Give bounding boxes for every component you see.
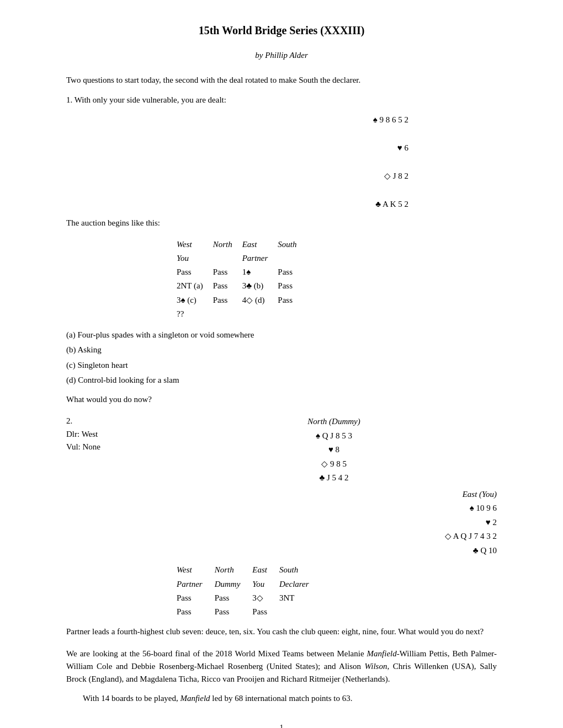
- auction2-sub-north: Dummy: [215, 577, 253, 591]
- note-d: (d) Control-bid looking for a slam: [66, 374, 497, 387]
- byline: by Phillip Alder: [66, 49, 497, 62]
- auction1-notes: (a) Four-plus spades with a singleton or…: [66, 329, 497, 387]
- north-spades: ♠ Q J 8 5 3: [171, 429, 497, 443]
- narrative-text2: With 14 boards to be played, Manfield le…: [66, 692, 497, 705]
- auction1-r4-west: ??: [177, 307, 213, 321]
- auction1-r3-east: 4◇ (d): [242, 293, 278, 307]
- auction2-r1-east: 3◇: [252, 591, 279, 605]
- problem2-section: 2. Dlr: West Vul: None North (Dummy) ♠ Q…: [66, 415, 497, 705]
- hand-spades: ♠ 9 8 6 5 2: [66, 113, 408, 127]
- problem2-question: Partner leads a fourth-highest club seve…: [66, 625, 497, 638]
- auction1-r2-east: 3♣ (b): [242, 279, 278, 293]
- east-spades: ♠ 10 9 6: [66, 501, 497, 516]
- auction1-sub-west: You: [177, 251, 213, 265]
- auction2-row2: Pass Pass Pass: [177, 605, 321, 619]
- hand-clubs: ♣ A K 5 2: [66, 197, 408, 212]
- auction-intro: The auction begins like this:: [66, 217, 497, 229]
- note-b: (b) Asking: [66, 344, 497, 356]
- auction1-r1-east: 1♠: [242, 265, 278, 279]
- page: 15th World Bridge Series (XXXIII) by Phi…: [66, 22, 497, 728]
- auction1-r1-north: Pass: [213, 265, 242, 279]
- auction1-col-north: North: [213, 238, 242, 251]
- east-you-area: East (You) ♠ 10 9 6 ♥ 2 ◇ A Q J 7 4 3 2 …: [66, 488, 497, 558]
- auction1-r1-west: Pass: [177, 265, 213, 279]
- auction1-r3-north: Pass: [213, 293, 242, 307]
- auction2-r2-east: Pass: [252, 605, 279, 619]
- auction1-row3: 3♠ (c) Pass 4◇ (d) Pass: [177, 293, 306, 307]
- problem2-left-col: 2. Dlr: West Vul: None: [66, 415, 116, 453]
- auction1-row4: ??: [177, 307, 306, 321]
- auction2-row1: Pass Pass 3◇ 3NT: [177, 591, 321, 605]
- auction2-sub-east: You: [252, 577, 279, 591]
- auction2-col-north: North: [215, 563, 253, 577]
- auction1-r2-south: Pass: [278, 279, 306, 293]
- problem2-label: 2.: [66, 415, 116, 427]
- auction1-r4-east: [242, 307, 278, 321]
- north-label: North (Dummy): [171, 415, 497, 429]
- auction2-col-west: West: [177, 563, 215, 577]
- page-number: 1: [280, 724, 284, 729]
- hand-diamonds: ◇ J 8 2: [66, 169, 408, 184]
- east-diamonds: ◇ A Q J 7 4 3 2: [66, 529, 497, 544]
- auction2-col-east: East: [252, 563, 279, 577]
- north-clubs: ♣ J 5 4 2: [171, 471, 497, 485]
- auction1-r2-west: 2NT (a): [177, 279, 213, 293]
- auction1-r3-south: Pass: [278, 293, 306, 307]
- auction2-header-row: West North East South: [177, 563, 321, 577]
- narrative-text: We are looking at the 56-board final of …: [66, 647, 497, 686]
- page-footer: 1: [66, 722, 497, 729]
- auction1-header-row: West North East South: [177, 238, 306, 251]
- note-a: (a) Four-plus spades with a singleton or…: [66, 329, 497, 341]
- auction2-sub-south: Declarer: [279, 577, 321, 591]
- auction1-r4-north: [213, 307, 242, 321]
- auction1-sub-north: [213, 251, 242, 265]
- problem2-vul: Vul: None: [66, 441, 116, 453]
- auction2-subheader-row: Partner Dummy You Declarer: [177, 577, 321, 591]
- auction1-col-south: South: [278, 238, 306, 251]
- north-diamonds: ◇ 9 8 5: [171, 457, 497, 472]
- north-dummy-area: North (Dummy) ♠ Q J 8 5 3 ♥ 8 ◇ 9 8 5 ♣ …: [171, 415, 497, 485]
- auction2-r1-north: Pass: [215, 591, 253, 605]
- auction2-r2-west: Pass: [177, 605, 215, 619]
- auction1-subheader-row: You Partner: [177, 251, 306, 265]
- auction1-col-east: East: [242, 238, 278, 251]
- auction1-r3-west: 3♠ (c): [177, 293, 213, 307]
- auction1-row1: Pass Pass 1♠ Pass: [177, 265, 306, 279]
- hand-hearts: ♥ 6: [66, 141, 408, 156]
- auction1-sub-south: [278, 251, 306, 265]
- auction1-row2: 2NT (a) Pass 3♣ (b) Pass: [177, 279, 306, 293]
- auction1-sub-east: Partner: [242, 251, 278, 265]
- auction1-col-west: West: [177, 238, 213, 251]
- auction2-r1-west: Pass: [177, 591, 215, 605]
- problem1-label: 1. With only your side vulnerable, you a…: [66, 94, 497, 106]
- auction1-r1-south: Pass: [278, 265, 306, 279]
- auction2-r2-north: Pass: [215, 605, 253, 619]
- problem1-hand: ♠ 9 8 6 5 2 ♥ 6 ◇ J 8 2 ♣ A K 5 2: [66, 113, 497, 212]
- east-label: East (You): [66, 488, 497, 502]
- auction2-col-south: South: [279, 563, 321, 577]
- east-hearts: ♥ 2: [66, 516, 497, 530]
- page-title: 15th World Bridge Series (XXXIII): [66, 22, 497, 39]
- east-clubs: ♣ Q 10: [66, 544, 497, 558]
- problem2-hands-area: North (Dummy) ♠ Q J 8 5 3 ♥ 8 ◇ 9 8 5 ♣ …: [116, 415, 497, 485]
- problem2-header: 2. Dlr: West Vul: None North (Dummy) ♠ Q…: [66, 415, 497, 485]
- note-c: (c) Singleton heart: [66, 359, 497, 372]
- intro-text: Two questions to start today, the second…: [66, 74, 497, 87]
- auction2-table: West North East South Partner Dummy You …: [177, 563, 321, 619]
- auction2-sub-west: Partner: [177, 577, 215, 591]
- auction1-r4-south: [278, 307, 306, 321]
- problem1-question: What would you do now?: [66, 393, 497, 406]
- auction1-table: West North East South You Partner Pass P…: [177, 238, 306, 322]
- north-hearts: ♥ 8: [171, 443, 497, 457]
- auction1-r2-north: Pass: [213, 279, 242, 293]
- auction2-r1-south: 3NT: [279, 591, 321, 605]
- auction2-r2-south: [279, 605, 321, 619]
- problem2-dlr: Dlr: West: [66, 428, 116, 441]
